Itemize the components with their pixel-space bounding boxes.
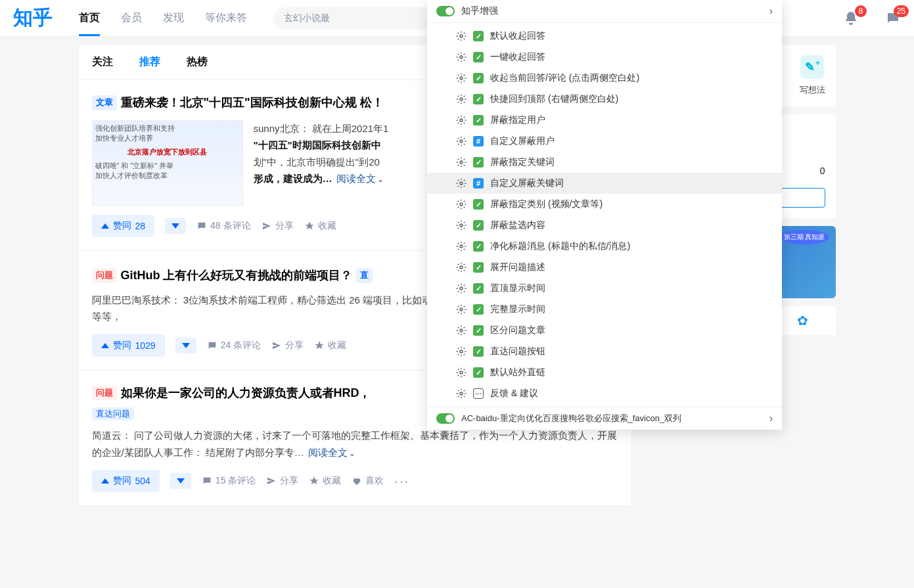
tab-follow[interactable]: 关注: [92, 55, 113, 69]
nav-home[interactable]: 首页: [79, 1, 100, 35]
menu-item[interactable]: ✓快捷回到顶部 (右键两侧空白处): [427, 89, 782, 110]
downvote-button[interactable]: [175, 338, 196, 353]
menu-item-label: 自定义屏蔽关键词: [490, 177, 564, 189]
svg-point-15: [460, 350, 463, 353]
upvote-button[interactable]: 赞同 1029: [92, 334, 165, 357]
menu-item[interactable]: ✓屏蔽盐选内容: [427, 215, 782, 236]
comments-action[interactable]: 24 条评论: [207, 340, 261, 351]
checkbox-icon: ✓: [473, 283, 484, 294]
checkbox-icon: ✓: [473, 262, 484, 273]
checkbox-icon: #: [473, 136, 484, 147]
downvote-button[interactable]: [165, 218, 186, 234]
menu-item[interactable]: ✓屏蔽指定用户: [427, 110, 782, 131]
upvote-button[interactable]: 赞同 504: [92, 470, 160, 492]
read-all-link[interactable]: 阅读全文⌄: [336, 173, 384, 184]
tab-hot[interactable]: 热榜: [187, 55, 208, 69]
more-icon[interactable]: ···: [394, 474, 409, 489]
menu-item[interactable]: ✓完整显示时间: [427, 299, 782, 320]
menu-item[interactable]: ✓区分问题文章: [427, 320, 782, 341]
triangle-up-icon: [101, 478, 109, 484]
menu-item-label: 净化标题消息 (标题中的私信/消息): [490, 240, 630, 252]
svg-point-14: [460, 329, 463, 332]
message-badge: 25: [894, 5, 909, 17]
svg-point-12: [460, 287, 463, 290]
notification-icon[interactable]: 8: [843, 11, 859, 26]
tab-recommend[interactable]: 推荐: [139, 55, 160, 69]
tag-article: 文章: [92, 95, 117, 110]
checkbox-icon: ✓: [473, 346, 484, 357]
write-idea-button[interactable]: ✎ 写想法: [800, 55, 825, 96]
menu-item[interactable]: ✓直达问题按钮: [427, 341, 782, 362]
downvote-button[interactable]: [170, 473, 191, 489]
triangle-up-icon: [101, 223, 109, 229]
svg-point-11: [460, 266, 463, 269]
checkbox-icon: ✓: [473, 52, 484, 62]
chevron-right-icon[interactable]: ›: [769, 5, 773, 17]
nav-answer[interactable]: 等你来答: [205, 1, 247, 35]
like-action[interactable]: 喜欢: [352, 475, 384, 487]
main-nav: 首页 会员 发现 等你来答: [79, 1, 247, 35]
upvote-button[interactable]: 赞同 28: [92, 215, 155, 237]
favorite-action[interactable]: 收藏: [309, 475, 341, 487]
chevron-right-icon: ›: [769, 413, 773, 424]
checkbox-icon: ✓: [473, 115, 484, 125]
comments-action[interactable]: 15 条评论: [202, 475, 256, 487]
logo[interactable]: 知乎: [13, 5, 53, 32]
checkbox-icon: ✓: [473, 220, 484, 231]
share-action[interactable]: 分享: [266, 475, 298, 487]
menu-item[interactable]: ⋯反馈 & 建议: [427, 383, 782, 404]
menu-item[interactable]: #自定义屏蔽用户: [427, 131, 782, 152]
checkbox-icon: #: [473, 178, 484, 189]
menu-item[interactable]: ✓净化标题消息 (标题中的私信/消息): [427, 236, 782, 257]
write-icon: ✎: [800, 55, 824, 79]
menu-item[interactable]: ✓默认收起回答: [427, 26, 782, 47]
tag-direct-question[interactable]: 直达问题: [92, 407, 134, 420]
svg-point-0: [460, 35, 463, 37]
menu-item-label: 默认站外直链: [490, 367, 545, 378]
menu-item-label: 置顶显示时间: [490, 283, 545, 294]
post-thumbnail[interactable]: 强化创新团队培养和支持 加快专业人才培养 北京落户放宽下放到区县 破四唯" 和 …: [92, 120, 243, 206]
menu-item-label: 直达问题按钮: [490, 346, 545, 357]
share-action[interactable]: 分享: [262, 220, 294, 232]
menu-item[interactable]: ✓展开问题描述: [427, 257, 782, 278]
menu-item[interactable]: ✓收起当前回答/评论 (点击两侧空白处): [427, 68, 782, 89]
toggle-switch[interactable]: [436, 6, 455, 16]
menu-item[interactable]: #自定义屏蔽关键词: [427, 173, 782, 194]
nav-discover[interactable]: 发现: [163, 1, 184, 35]
comments-action[interactable]: 48 条评论: [196, 220, 250, 232]
svg-point-3: [460, 98, 463, 101]
menu-item[interactable]: ✓默认站外直链: [427, 362, 782, 383]
promo-badge: 第三期 真知派: [780, 230, 829, 244]
menu-item[interactable]: ✓一键收起回答: [427, 47, 782, 68]
triangle-down-icon: [177, 478, 185, 484]
menu-header[interactable]: 知乎增强 ›: [427, 0, 782, 23]
svg-point-17: [460, 392, 463, 395]
favorite-action[interactable]: 收藏: [314, 340, 346, 351]
svg-point-9: [460, 224, 463, 227]
pinwheel-icon[interactable]: ✿: [797, 313, 808, 328]
menu-item-label: 区分问题文章: [490, 325, 545, 336]
tag-direct[interactable]: 直: [356, 268, 373, 283]
checkbox-icon: ✓: [473, 199, 484, 210]
favorite-action[interactable]: 收藏: [304, 220, 336, 232]
menu-footer-item[interactable]: AC-baidu-重定向优化百度搜狗谷歌必应搜索_favicon_双列 ›: [427, 407, 782, 430]
toggle-switch[interactable]: [436, 413, 455, 424]
menu-item[interactable]: ✓置顶显示时间: [427, 278, 782, 299]
menu-item-label: 展开问题描述: [490, 261, 545, 273]
triangle-up-icon: [101, 343, 109, 348]
checkbox-icon: ✓: [473, 325, 484, 336]
tag-question: 问题: [92, 386, 117, 401]
tag-question: 问题: [92, 268, 117, 283]
menu-item[interactable]: ✓屏蔽指定类别 (视频/文章等): [427, 194, 782, 215]
menu-item-label: 屏蔽盐选内容: [490, 219, 545, 231]
read-all-link[interactable]: 阅读全文⌄: [308, 447, 355, 458]
message-icon[interactable]: 25: [885, 11, 901, 26]
checkbox-icon: ✓: [473, 157, 484, 168]
nav-vip[interactable]: 会员: [121, 1, 142, 35]
checkbox-icon: ✓: [473, 367, 484, 378]
svg-point-16: [460, 371, 463, 374]
checkbox-icon: ✓: [473, 304, 484, 315]
menu-item[interactable]: ✓屏蔽指定关键词: [427, 152, 782, 173]
svg-point-1: [460, 56, 463, 58]
share-action[interactable]: 分享: [271, 340, 304, 351]
